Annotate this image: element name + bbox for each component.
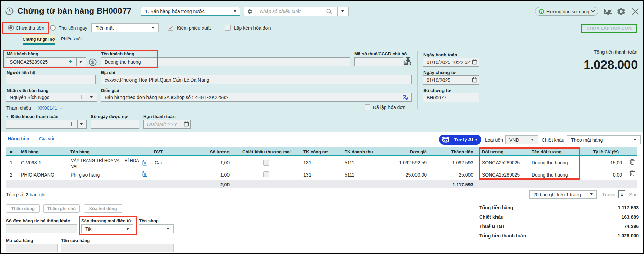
- svg-text:?: ?: [541, 10, 543, 13]
- svg-text:%: %: [144, 161, 147, 165]
- svg-text:A: A: [406, 97, 409, 100]
- svg-text:%: %: [144, 172, 147, 176]
